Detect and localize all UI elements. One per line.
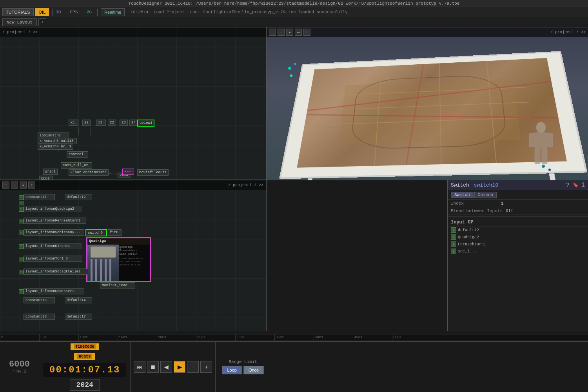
svg-rect-13 — [535, 148, 540, 164]
switch-input-2[interactable]: N Quadriga2 — [448, 234, 588, 241]
node-default14[interactable]: default14 — [65, 297, 92, 303]
node-moviefileout[interactable]: moviefileout1 — [137, 169, 169, 176]
svg-rect-12 — [547, 133, 553, 147]
node-layout-quadriga[interactable]: layout_infomonQuadriga2 — [24, 206, 82, 212]
vp-dot-btn-b[interactable]: · — [11, 181, 18, 189]
indicator-b1: M — [19, 195, 24, 200]
vp-plus-btn[interactable]: + — [303, 29, 310, 36]
transport-bar: 6000 120.0 TimeCode Beats 00:01:07.13 20… — [0, 341, 588, 392]
input-icon-2: N — [451, 234, 456, 240]
back-button[interactable]: ◀ — [160, 361, 172, 373]
ruler-mark-5: 2501 — [196, 334, 206, 341]
node-x3[interactable]: x3 — [96, 120, 106, 126]
beats-label: Beats — [77, 354, 92, 359]
status-message: 10:35:41 Load Project .toe: Spotlightsof… — [126, 10, 586, 15]
node-default12[interactable]: default12 — [65, 194, 92, 200]
node-fit8[interactable]: fit8 — [108, 229, 122, 236]
vp-plus-btn-b[interactable]: + — [28, 181, 35, 189]
node-editor-top[interactable]: / project1 / >> x1 22 x3 — [0, 27, 267, 180]
vp-minus-btn[interactable]: − — [269, 29, 276, 36]
once-button[interactable]: Once — [243, 366, 264, 374]
rewind-button[interactable]: ⏮ — [134, 361, 145, 373]
switch-input-4[interactable]: N sde_i... — [448, 248, 588, 255]
viewport-3d[interactable]: − · ★ ⟷ + / project1 / >> — [267, 27, 588, 180]
svg-point-9 — [536, 122, 546, 133]
node-eview4[interactable]: eview4 — [137, 120, 154, 127]
tutorials-button[interactable]: TUTORIALS — [2, 8, 34, 16]
range-buttons: Loop Once — [222, 366, 264, 374]
input-label-1: default12 — [458, 228, 479, 232]
vp-star-btn-b[interactable]: ★ — [20, 181, 27, 189]
ruler-mark-10: 5001 — [392, 334, 402, 341]
vp-minus-btn-b[interactable]: − — [2, 181, 9, 189]
tab-new-layout[interactable]: New Layout — [2, 18, 37, 26]
node-grid1[interactable]: grid1 — [43, 169, 58, 175]
loop-button[interactable]: Loop — [222, 366, 241, 374]
input-icon-3: N — [451, 241, 456, 247]
info-icon[interactable]: i — [582, 182, 585, 188]
switch-input-1[interactable]: N default12 — [448, 227, 588, 234]
node-switch0[interactable]: switch0 — [85, 229, 107, 236]
right-panel: Switch switch10 ? 🔖 i Switch Common Inde… — [447, 180, 588, 331]
node-layout-kirche1[interactable]: layout_infomonKirche1 — [24, 243, 82, 249]
fps-label: FPS: — [67, 10, 82, 15]
node-x1[interactable]: x1 — [69, 120, 78, 126]
input-label-2: Quadriga2 — [458, 235, 479, 240]
tab-switch[interactable]: Switch — [451, 192, 474, 198]
oil-button[interactable]: OIL — [35, 8, 49, 16]
node-24[interactable]: 24 — [129, 120, 138, 126]
node-floor[interactable]: Floor endeinoisbd — [69, 169, 109, 176]
node-default17[interactable]: default17 — [65, 314, 92, 320]
vp-star-btn[interactable]: ★ — [286, 29, 293, 36]
indicator-con4: M — [19, 289, 24, 294]
node-constant15[interactable]: constant15 — [24, 194, 55, 200]
question-icon[interactable]: ? — [566, 182, 569, 188]
node-monitor-ipad[interactable]: Monitor_iPad — [100, 282, 135, 289]
bpm-display: 2024 — [70, 379, 100, 391]
large-preview-box: Quadriga Quadriga Brandenburg — [86, 237, 151, 282]
node-constant20[interactable]: constant20 — [24, 314, 55, 320]
node-bbb2[interactable]: bbb2 — [39, 176, 53, 180]
ruler-mark-1: 501 — [39, 334, 47, 341]
vp-arrows-btn[interactable]: ⟷ — [295, 29, 302, 36]
tab-add-button[interactable]: + — [38, 18, 46, 26]
title-bar: TouchDesigner 2021.16410: /Users/ben_her… — [0, 0, 588, 7]
input-label-3: Fernsehturn1 — [458, 242, 486, 247]
bookmark-icon[interactable]: 🔖 — [573, 182, 579, 188]
node-x-acmath4[interactable]: x_Acmath4 brl 1 — [38, 143, 73, 150]
realtime-button[interactable]: Realtime — [101, 8, 125, 16]
second-row: − · ★ + / project1 / >> constant15 defau… — [0, 180, 588, 334]
timeline-left: 6000 120.0 — [0, 342, 39, 392]
menu-divider-3 — [97, 9, 98, 16]
node-pink1[interactable]: ~~~ — [122, 169, 134, 175]
node-layout-stadtteile[interactable]: layout_infomonSdtaqtteile1 — [24, 269, 88, 275]
timecode-display: TimeCode — [71, 343, 99, 350]
ruler-mark-9: 4501 — [353, 334, 363, 341]
node-layout-schienen[interactable]: layout_infomonSchieneny... — [24, 229, 84, 236]
time-value-sub: 120.0 — [12, 369, 26, 375]
node-layout-gewasser[interactable]: layout_infomonGewasser1 — [24, 288, 84, 294]
plus-button[interactable]: + — [200, 361, 212, 373]
tab-common[interactable]: Common — [474, 192, 497, 198]
timecode-label: TimeCode — [74, 344, 96, 349]
node-22a[interactable]: 22 — [82, 120, 91, 126]
blend-label: Blend between Inputs — [451, 209, 503, 213]
indicator-b3: M — [19, 207, 24, 212]
node-22b[interactable]: 22 — [108, 120, 116, 126]
timeline-ruler: 1 501 1001 1501 2001 2501 3001 3501 4001… — [0, 334, 588, 341]
minus-button[interactable]: − — [187, 361, 199, 373]
node-23[interactable]: 23 — [120, 120, 128, 126]
ruler-mark-4: 2001 — [157, 334, 167, 341]
node-layout-tor[interactable]: layout_infomonTor1 5 — [24, 256, 82, 262]
switch-input-3[interactable]: N Fernsehturn1 — [448, 241, 588, 248]
node-editor-bottom[interactable]: − · ★ + / project1 / >> constant15 defau… — [0, 180, 267, 331]
svg-rect-11 — [529, 133, 535, 147]
vp-dot-btn[interactable]: · — [278, 29, 285, 36]
node-constant16[interactable]: constant16 — [24, 297, 55, 303]
node-cam1[interactable]: cam1_null_u2 — [61, 162, 92, 169]
stop-button[interactable]: ⏹ — [147, 361, 159, 373]
title-text: TouchDesigner 2021.16410: /Users/ben_her… — [129, 1, 460, 6]
node-control[interactable]: control — [67, 151, 88, 158]
node-layout-fernseh[interactable]: layout_infomonFernsehturn1 — [24, 218, 86, 224]
play-button[interactable]: ▶ — [174, 361, 185, 373]
